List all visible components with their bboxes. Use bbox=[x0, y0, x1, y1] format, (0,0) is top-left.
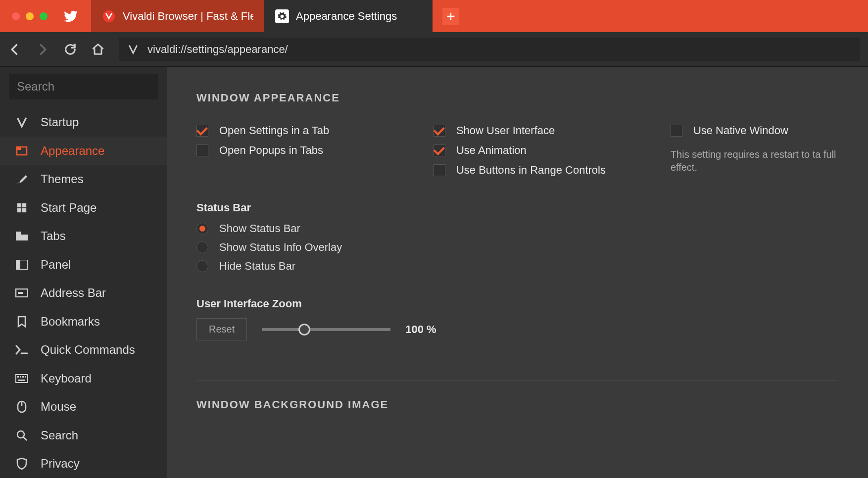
sidebar-item-bookmarks[interactable]: Bookmarks bbox=[0, 307, 167, 336]
sidebar-item-search[interactable]: Search bbox=[0, 421, 167, 450]
radio-icon bbox=[196, 223, 208, 235]
svg-rect-13 bbox=[16, 375, 28, 382]
close-window-button[interactable] bbox=[12, 12, 20, 20]
sidebar-item-label: Appearance bbox=[41, 144, 104, 158]
sidebar-item-label: Themes bbox=[41, 172, 84, 186]
checkbox-show-ui[interactable]: Show User Interface bbox=[434, 124, 641, 137]
address-url: vivaldi://settings/appearance/ bbox=[147, 43, 288, 56]
back-button[interactable] bbox=[8, 43, 22, 56]
svg-rect-8 bbox=[16, 232, 21, 235]
sidebar-item-label: Mouse bbox=[41, 400, 76, 414]
mouse-icon bbox=[15, 400, 29, 414]
restart-hint: This setting requires a restart to ta fu… bbox=[671, 148, 838, 174]
sidebar-item-label: Privacy bbox=[41, 457, 80, 471]
svg-rect-18 bbox=[18, 380, 25, 381]
zoom-controls: Reset 100 % bbox=[196, 318, 838, 340]
sidebar-item-tabs[interactable]: Tabs bbox=[0, 222, 167, 251]
sidebar-item-label: Quick Commands bbox=[41, 343, 135, 357]
vivaldi-v-icon bbox=[15, 115, 29, 129]
checkbox-use-buttons-range[interactable]: Use Buttons in Range Controls bbox=[434, 164, 641, 177]
tab-settings[interactable]: Appearance Settings bbox=[264, 0, 433, 32]
address-bar[interactable]: vivaldi://settings/appearance/ bbox=[119, 38, 860, 61]
sidebar-item-label: Keyboard bbox=[41, 372, 92, 385]
tab-label: Appearance Settings bbox=[296, 10, 397, 23]
sidebar-item-startup[interactable]: Startup bbox=[0, 108, 167, 137]
home-button[interactable] bbox=[91, 43, 105, 56]
radio-icon bbox=[196, 241, 208, 253]
checkbox-open-settings-tab[interactable]: Open Settings in a Tab bbox=[196, 124, 404, 137]
tab-twitter[interactable] bbox=[59, 5, 82, 28]
zoom-slider[interactable] bbox=[262, 328, 390, 331]
radio-icon bbox=[196, 260, 208, 272]
status-bar-heading: Status Bar bbox=[196, 201, 838, 214]
radio-label: Show Status Bar bbox=[219, 222, 300, 235]
sidebar-item-label: Panel bbox=[41, 258, 71, 272]
sidebar-item-keyboard[interactable]: Keyboard bbox=[0, 364, 167, 393]
svg-rect-2 bbox=[17, 147, 21, 150]
svg-rect-4 bbox=[22, 203, 26, 207]
grid-icon bbox=[15, 201, 29, 215]
reload-button[interactable] bbox=[63, 43, 77, 56]
reload-icon bbox=[63, 43, 77, 56]
section-title-window-appearance: WINDOW APPEARANCE bbox=[196, 92, 838, 104]
toolbar: vivaldi://settings/appearance/ bbox=[0, 32, 868, 67]
settings-sidebar: Search Startup Appearance Themes Start P… bbox=[0, 67, 167, 478]
maximize-window-button[interactable] bbox=[40, 12, 48, 20]
search-placeholder: Search bbox=[17, 80, 54, 94]
tab-label: Vivaldi Browser | Fast & Flexib bbox=[123, 10, 253, 23]
sidebar-item-label: Address Bar bbox=[41, 286, 106, 300]
zoom-reset-button[interactable]: Reset bbox=[196, 318, 247, 340]
tab-vivaldi[interactable]: Vivaldi Browser | Fast & Flexib bbox=[91, 0, 264, 32]
minimize-window-button[interactable] bbox=[26, 12, 34, 20]
settings-search-input[interactable]: Search bbox=[9, 74, 158, 99]
radio-hide-status-bar[interactable]: Hide Status Bar bbox=[196, 260, 838, 273]
radio-show-status-bar[interactable]: Show Status Bar bbox=[196, 222, 838, 235]
status-bar-radiogroup: Show Status Bar Show Status Info Overlay… bbox=[196, 222, 838, 273]
sidebar-item-startpage[interactable]: Start Page bbox=[0, 193, 167, 222]
settings-main: WINDOW APPEARANCE Open Settings in a Tab… bbox=[167, 67, 868, 478]
sidebar-item-privacy[interactable]: Privacy bbox=[0, 450, 167, 478]
checkbox-icon bbox=[434, 125, 445, 137]
radio-status-overlay[interactable]: Show Status Info Overlay bbox=[196, 241, 838, 254]
address-icon bbox=[15, 286, 29, 300]
checkbox-icon bbox=[671, 125, 682, 137]
vivaldi-v-icon bbox=[128, 44, 139, 55]
sidebar-item-themes[interactable]: Themes bbox=[0, 165, 167, 194]
sidebar-item-quickcommands[interactable]: Quick Commands bbox=[0, 336, 167, 365]
window-icon bbox=[15, 144, 29, 158]
sidebar-item-addressbar[interactable]: Address Bar bbox=[0, 279, 167, 308]
ui-zoom-heading: User Interface Zoom bbox=[196, 297, 838, 310]
search-icon bbox=[15, 429, 29, 442]
checkbox-grid: Open Settings in a Tab Open Popups in Ta… bbox=[196, 124, 838, 177]
checkbox-use-animation[interactable]: Use Animation bbox=[434, 144, 641, 157]
window-controls bbox=[5, 12, 54, 20]
twitter-icon bbox=[63, 9, 78, 24]
svg-rect-17 bbox=[25, 376, 26, 378]
sidebar-item-appearance[interactable]: Appearance bbox=[0, 137, 167, 165]
sidebar-item-label: Start Page bbox=[41, 201, 96, 215]
sidebar-item-label: Startup bbox=[41, 115, 79, 129]
checkbox-native-window[interactable]: Use Native Window bbox=[671, 124, 838, 137]
panel-icon bbox=[15, 258, 29, 272]
checkbox-icon bbox=[434, 164, 445, 176]
section-title-bg-image: WINDOW BACKGROUND IMAGE bbox=[196, 398, 838, 411]
new-tab-button[interactable] bbox=[442, 8, 459, 25]
forward-button[interactable] bbox=[36, 43, 49, 56]
svg-point-21 bbox=[17, 431, 24, 438]
sidebar-item-panel[interactable]: Panel bbox=[0, 250, 167, 279]
zoom-value: 100 % bbox=[405, 323, 436, 336]
section-divider bbox=[196, 380, 838, 381]
tabs-icon bbox=[15, 229, 29, 243]
svg-rect-7 bbox=[16, 235, 28, 240]
radio-label: Show Status Info Overlay bbox=[219, 241, 342, 254]
gear-icon bbox=[275, 9, 289, 23]
checkbox-open-popups-tabs[interactable]: Open Popups in Tabs bbox=[196, 144, 404, 157]
svg-rect-6 bbox=[22, 208, 26, 212]
svg-point-0 bbox=[103, 10, 115, 22]
sidebar-item-label: Bookmarks bbox=[41, 315, 100, 329]
checkbox-icon bbox=[196, 144, 208, 156]
sidebar-item-mouse[interactable]: Mouse bbox=[0, 393, 167, 422]
slider-thumb-icon[interactable] bbox=[298, 324, 310, 335]
checkbox-label: Use Native Window bbox=[693, 124, 788, 137]
svg-rect-5 bbox=[17, 208, 21, 212]
